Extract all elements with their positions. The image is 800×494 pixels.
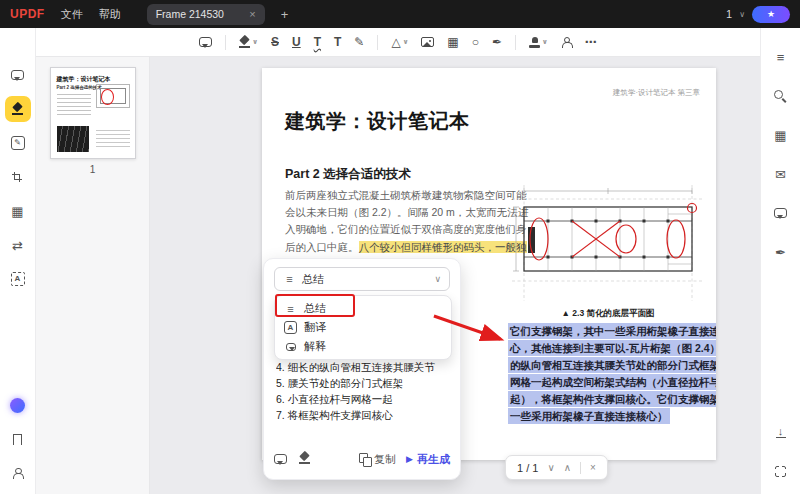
thumbnails-icon: ▦ [774,129,786,142]
thumbnails-panel-button[interactable]: ▦ [768,122,794,148]
tab-label: Frame 214530 [156,8,224,20]
fullscreen-button[interactable] [768,458,794,484]
outline-panel-button[interactable]: ≡ [768,44,794,70]
menu-help[interactable]: 帮助 [99,7,121,22]
copy-button[interactable]: 复制 [359,452,396,467]
annotate-tool-icon[interactable] [5,96,31,122]
page-down-icon[interactable]: ∨ [547,462,554,473]
summary-line: 5. 腰关节处的部分门式框架 [276,375,454,391]
image-tool[interactable] [421,37,434,47]
paragraph-line: 入明确地，它们的位置近似于双倍高度的宽度他们身 [285,221,517,238]
ai-assistant-button[interactable]: ★ [752,6,790,23]
menu-item-explain[interactable]: 解释 [275,337,451,356]
paragraph-line: 后的入口中庭。八个较小但同样锥形的码头，一般独 [285,239,517,256]
summary-line: 6. 小直径拉杆与网格一起 [276,391,454,407]
nav-divider [580,462,581,474]
speech-bubble-icon [11,70,24,80]
annotation-toolbar: ∨ S U T T ✎ △∨ ▦ ○ ✒ ∨ ⋯ [36,28,760,57]
selected-line: 起），将框架构件支撑回核心。它们支撑钢架，其中 [508,391,716,407]
note-tool[interactable] [199,37,212,47]
outline-icon: ≡ [777,51,785,64]
floor-plan-figure [508,181,708,305]
table-tool[interactable]: ▦ [447,36,458,48]
regenerate-button[interactable]: ▶ 再生成 [406,452,450,467]
ai-assistant-tool[interactable] [5,392,31,418]
selected-text-block: 它们支撑钢架，其中一些采用桁架橡子直接连接核 心，其他连接到主要可以-瓦片桁架（… [508,323,716,424]
ellipse-tool[interactable]: ○ [472,36,479,48]
shapes-tool[interactable]: △∨ [391,36,408,48]
signature-person-icon [561,37,572,48]
page-up-icon[interactable]: ∧ [564,462,571,473]
ai-action-selector[interactable]: ≡ 总结 ∨ [274,267,450,291]
selected-line: 心，其他连接到主要可以-瓦片桁架（图 2.4）。细长 [508,340,716,356]
highlighter-icon [239,36,250,48]
fullscreen-icon [775,466,786,477]
note-icon [199,37,212,47]
mail-icon: ✉ [775,168,786,181]
table-icon: ▦ [447,36,458,48]
page-title: 建筑学：设计笔记本 [285,108,470,135]
document-tab[interactable]: Frame 214530 × [147,4,265,25]
bookmark-icon [13,434,22,445]
tab-close-icon[interactable]: × [249,8,255,20]
updf-app-window: UPDF 文件 帮助 Frame 214530 × + 1 ∨ ★ ✎ ▦ ⇄ … [0,0,800,494]
toolbar-separator [225,35,226,50]
center-column: ∨ S U T T ✎ △∨ ▦ ○ ✒ ∨ ⋯ [36,28,760,494]
thumb-photo [57,126,89,152]
section-heading: Part 2 选择合适的技术 [285,166,411,183]
new-tab-button[interactable]: + [281,7,289,22]
share-button[interactable]: ✉ [768,161,794,187]
thumb-figure [96,84,130,108]
pages-icon: ▦ [11,205,23,218]
more-tools-button[interactable]: ⋯ [585,36,597,48]
paragraph-line: 前后两座独立式混凝土砌筑桥墩建筑物索隐空间可能 [285,187,517,204]
pencil-icon: ✎ [354,36,364,48]
text-comment-tool[interactable]: T [334,35,341,49]
image-icon [421,37,434,47]
summary-line: 4. 细长的纵向管相互连接其腰关节 [276,359,454,375]
close-icon[interactable]: × [590,462,596,473]
titlebar-page-badge[interactable]: 1 [726,8,732,20]
sparkle-icon: ★ [767,10,775,19]
ink-pen-tool[interactable]: ✒ [492,36,502,48]
strikethrough-tool[interactable]: S [271,35,279,49]
underline-tool[interactable]: U [292,35,301,49]
signature-tool[interactable] [561,37,572,48]
person-icon [12,468,23,479]
page-indicator: 1 / 1 [517,462,538,474]
comment-tool-icon[interactable] [5,62,31,88]
ai-orb-icon [10,398,25,413]
chevron-down-icon: ∨ [434,274,441,284]
ocr-icon: A [11,272,25,286]
yellow-highlight: 八个较小但同样锥形的码头，一般独 [359,241,527,253]
pen-panel-button[interactable]: ✒ [768,239,794,265]
crop-tool-icon[interactable] [5,164,31,190]
red-box-annotation [275,294,355,317]
pencil-tool[interactable]: ✎ [354,36,364,48]
page-thumbnail[interactable]: 建筑学：设计笔记本 Part 2 选择合适的技术 [50,67,136,159]
download-button[interactable]: ↓ [768,419,794,445]
search-icon [774,90,787,103]
bookmark-tool[interactable] [5,426,31,452]
shape-icon: △ [391,36,400,48]
selected-line: 的纵向管相互连接其腰关节处的部分门式框架，并与 [508,357,716,373]
comments-panel-button[interactable] [768,200,794,226]
edit-tool-icon[interactable]: ✎ [5,130,31,156]
organize-tool-icon[interactable]: ▦ [5,198,31,224]
search-button[interactable] [768,83,794,109]
menu-item-translate[interactable]: A 翻译 [275,318,451,337]
ocr-tool-icon[interactable]: A [5,266,31,292]
comment-icon [274,454,287,464]
stamp-icon [529,37,540,48]
profile-tool[interactable] [5,460,31,486]
menu-file[interactable]: 文件 [61,7,83,22]
stamp-tool[interactable]: ∨ [529,37,548,48]
chevron-down-icon[interactable]: ∨ [739,10,745,19]
marker-icon [12,103,23,115]
squiggly-tool[interactable]: T [314,35,321,49]
thumb-text-lines [57,94,91,118]
highlight-tool[interactable]: ∨ [239,36,258,48]
comment-button[interactable] [274,450,287,468]
highlight-button[interactable] [299,450,310,468]
convert-tool-icon[interactable]: ⇄ [5,232,31,258]
